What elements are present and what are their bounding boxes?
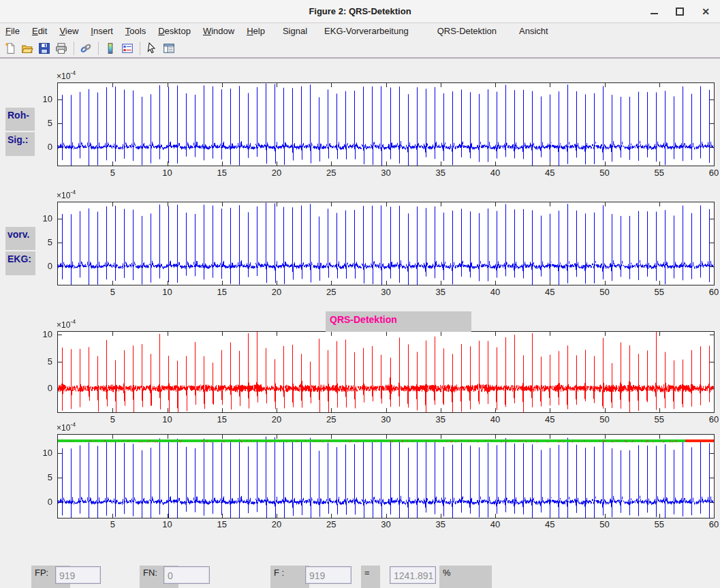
qrs-detection-plot[interactable] bbox=[58, 332, 714, 412]
preprocessed-ecg-x-tick-label: 50 bbox=[593, 287, 616, 297]
raw-signal-x-tick-label: 50 bbox=[593, 168, 616, 178]
menu-ansicht[interactable]: Ansicht bbox=[519, 26, 548, 36]
raw-signal-y-tick-label: 10 bbox=[29, 94, 52, 104]
qrs-detection-x-tick-label: 40 bbox=[484, 414, 507, 424]
menu-edit[interactable]: Edit bbox=[32, 26, 47, 36]
raw-signal-plot[interactable] bbox=[58, 83, 714, 166]
detection-result-axes bbox=[57, 434, 715, 519]
qrs-detection-y-tick-label: 0 bbox=[29, 383, 52, 393]
link-plot-icon[interactable] bbox=[78, 41, 93, 56]
preprocessed-ecg-axes bbox=[57, 202, 715, 285]
preprocessed-ecg-x-tick-label: 55 bbox=[648, 287, 671, 297]
close-button[interactable]: ✕ bbox=[701, 7, 710, 16]
detection-result-x-tick-label: 40 bbox=[484, 519, 507, 529]
percent-label: % bbox=[439, 566, 492, 588]
fn-field[interactable] bbox=[163, 566, 210, 584]
preprocessed-ecg-x-tick-label: 15 bbox=[210, 287, 234, 297]
property-editor-icon[interactable] bbox=[161, 41, 176, 56]
detection-result-x-tick-label: 5 bbox=[101, 519, 124, 529]
detection-result-x-tick-label: 35 bbox=[429, 519, 452, 529]
fp-field[interactable] bbox=[55, 566, 101, 584]
qrs-detection-x-tick-label: 10 bbox=[156, 414, 179, 424]
raw-signal-x-tick-label: 30 bbox=[375, 168, 398, 178]
qrs-detection-x-tick-label: 25 bbox=[319, 414, 343, 424]
preprocessed-ecg-y-tick-label: 10 bbox=[29, 213, 52, 223]
preprocessed-ecg-plot[interactable] bbox=[58, 202, 714, 285]
detection-result-x-tick-label: 15 bbox=[210, 519, 234, 529]
preprocessed-ecg-x-tick-label: 5 bbox=[101, 287, 124, 297]
new-figure-icon[interactable] bbox=[3, 41, 18, 56]
toolbar-separator bbox=[98, 42, 99, 55]
f-field[interactable] bbox=[305, 566, 351, 584]
menu-signal[interactable]: Signal bbox=[283, 26, 307, 36]
eq-field[interactable] bbox=[390, 566, 436, 584]
raw-signal-x-tick-label: 60 bbox=[702, 168, 720, 178]
insert-legend-icon[interactable] bbox=[120, 41, 135, 56]
qrs-detection-x-tick-label: 30 bbox=[375, 414, 398, 424]
raw-signal-x-tick-label: 25 bbox=[319, 168, 343, 178]
preprocessed-ecg-x-tick-label: 30 bbox=[375, 287, 398, 297]
toolbar-separator bbox=[74, 42, 74, 55]
detection-result-y-tick-label: 5 bbox=[29, 472, 52, 482]
qrs-detection-x-tick-label: 50 bbox=[593, 414, 616, 424]
raw-signal-axes bbox=[57, 82, 715, 166]
preprocessed-ecg-exponent-label: ×10-4 bbox=[57, 189, 76, 200]
detection-result-x-tick-label: 60 bbox=[702, 519, 720, 529]
menu-tools[interactable]: Tools bbox=[125, 26, 146, 36]
qrs-detection-x-tick-label: 15 bbox=[210, 414, 234, 424]
qrs-detection-axes bbox=[57, 331, 715, 413]
edit-plot-icon[interactable] bbox=[144, 41, 159, 56]
toolbar bbox=[0, 39, 720, 59]
detection-result-x-tick-label: 10 bbox=[156, 519, 179, 529]
menu-qrs-detektion[interactable]: QRS-Detektion bbox=[437, 26, 497, 36]
title-bar: Figure 2: QRS-Detektion ✕ bbox=[0, 0, 720, 23]
insert-colorbar-icon[interactable] bbox=[103, 41, 118, 56]
raw-signal-x-tick-label: 35 bbox=[429, 168, 452, 178]
menu-file[interactable]: File bbox=[5, 26, 20, 36]
menu-help[interactable]: Help bbox=[247, 26, 265, 36]
preprocessed-ecg-x-tick-label: 25 bbox=[319, 287, 343, 297]
raw-signal-x-tick-label: 45 bbox=[538, 168, 561, 178]
qrs-detection-x-tick-label: 55 bbox=[648, 414, 671, 424]
toolbar-separator bbox=[140, 42, 140, 55]
raw-signal-x-tick-label: 55 bbox=[648, 168, 671, 178]
raw-signal-x-tick-label: 5 bbox=[101, 168, 124, 178]
qrs-detection-exponent-label: ×10-4 bbox=[57, 319, 76, 330]
menu-ekg-vorverarbeitung[interactable]: EKG-Vorverarbeitung bbox=[324, 26, 409, 36]
close-icon: ✕ bbox=[702, 7, 710, 16]
qrs-detection-y-tick-label: 10 bbox=[29, 329, 52, 339]
save-figure-icon[interactable] bbox=[37, 41, 52, 56]
qrs-detection-x-tick-label: 45 bbox=[538, 414, 561, 424]
menu-insert[interactable]: Insert bbox=[91, 26, 113, 36]
qrs-detection-x-tick-label: 5 bbox=[101, 414, 124, 424]
raw-signal-x-tick-label: 15 bbox=[210, 168, 234, 178]
maximize-button[interactable] bbox=[675, 7, 685, 16]
preprocessed-ecg-x-tick-label: 40 bbox=[484, 287, 507, 297]
preprocessed-ecg-side-label: vorv. bbox=[5, 227, 35, 250]
open-file-icon[interactable] bbox=[20, 41, 35, 56]
detection-result-y-tick-label: 0 bbox=[29, 497, 52, 507]
window-controls: ✕ bbox=[649, 0, 710, 22]
qrs-detection-x-tick-label: 60 bbox=[702, 414, 720, 424]
qrs-detection-x-tick-label: 20 bbox=[265, 414, 288, 424]
figure-canvas-area: ×10-4051051015202530354045505560Roh-Sig.… bbox=[0, 60, 720, 588]
qrs-detection-y-tick-label: 5 bbox=[29, 356, 52, 367]
preprocessed-ecg-x-tick-label: 45 bbox=[538, 287, 561, 297]
detection-result-plot[interactable] bbox=[58, 435, 714, 518]
menu-desktop[interactable]: Desktop bbox=[158, 26, 191, 36]
menu-bar: FileEditViewInsertToolsDesktopWindowHelp… bbox=[0, 23, 720, 39]
menu-view[interactable]: View bbox=[59, 26, 78, 36]
eq-label: = bbox=[361, 566, 380, 588]
raw-signal-x-tick-label: 40 bbox=[484, 168, 507, 178]
raw-signal-x-tick-label: 10 bbox=[156, 168, 179, 178]
print-figure-icon[interactable] bbox=[54, 41, 69, 56]
detection-result-x-tick-label: 25 bbox=[319, 519, 343, 529]
menu-window[interactable]: Window bbox=[203, 26, 234, 36]
detection-result-x-tick-label: 30 bbox=[375, 519, 398, 529]
detection-result-x-tick-label: 45 bbox=[538, 519, 561, 529]
raw-signal-exponent-label: ×10-4 bbox=[57, 70, 76, 81]
preprocessed-ecg-x-tick-label: 20 bbox=[265, 287, 288, 297]
minimize-button[interactable] bbox=[649, 7, 659, 16]
preprocessed-ecg-side-label: EKG: bbox=[5, 251, 35, 275]
minimize-icon bbox=[651, 13, 658, 14]
